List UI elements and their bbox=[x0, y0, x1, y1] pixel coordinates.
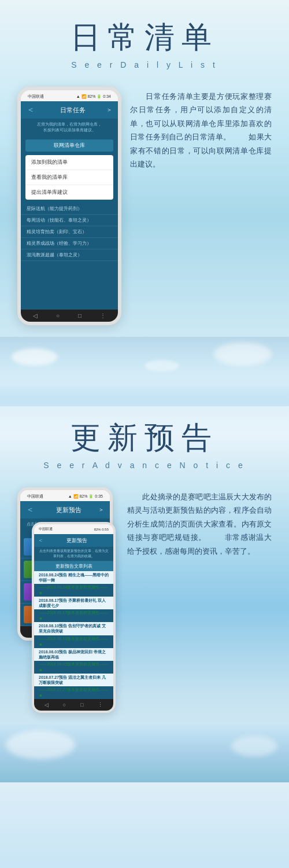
phone1-carrier: 中国联通 bbox=[28, 94, 44, 100]
phone3-carrier: 中国联通 bbox=[39, 527, 53, 532]
section2-title-en: S e e r A d v a n c e N o t i c e bbox=[43, 461, 245, 470]
phone1-dropdown: 添加到我的清单 查看我的清单库 提出清单库建议 bbox=[25, 155, 113, 200]
update-item-4: 2018.08.03预告 极品神宠回归 帝境之巅绝版再临 bbox=[34, 648, 113, 661]
cloud-3 bbox=[144, 360, 179, 372]
phone1-screen: ＜ 日常任务 ＞ 左滑为我的清单，右滑为联网仓库， 长按列表可以添加单库建议。 … bbox=[21, 101, 118, 310]
phone3-header: ＜ 更新预告 bbox=[34, 534, 113, 547]
phone1-subtitle2: 长按列表可以添加单库建议。 bbox=[27, 127, 112, 133]
phone3-back-icon: ＜ bbox=[38, 536, 43, 545]
phone1-subtitle1: 左滑为我的清单，右滑为联网仓库， bbox=[27, 122, 112, 127]
phone1-statusbar: 中国联通 ▲ 📶 82% 🔋 0:34 bbox=[21, 90, 118, 101]
nav-back-icon: ◁ bbox=[33, 312, 38, 319]
nav3-menu-icon: ⋮ bbox=[98, 702, 103, 708]
phone3-subtitle: 点击列表查看该期更新预告的文章，右滑为文章列表，右滑为我的收藏。 bbox=[34, 547, 113, 561]
phone2-header: ＜ 更新预告 ＞ bbox=[20, 501, 110, 518]
back-icon: ＜ bbox=[27, 105, 35, 115]
dropdown-item-1: 添加到我的清单 bbox=[25, 155, 113, 170]
phone1-header-title: 日常任务 bbox=[39, 106, 106, 115]
phone1-status: ▲ 📶 82% 🔋 0:34 bbox=[76, 94, 111, 99]
cloud-2 bbox=[214, 343, 272, 366]
update-arrow-1: ——2018.08.24版本更新精灵属性——★ bbox=[34, 584, 113, 597]
dropdown-item-3: 提出清单库建议 bbox=[25, 185, 113, 200]
phone2-forward-icon: ＞ bbox=[98, 506, 104, 514]
phone3-status: 82% 0:55 bbox=[94, 528, 109, 531]
update-arrow-3: ——2018.08.10版本更新精灵属性——★ bbox=[34, 635, 113, 648]
phone2-status: ▲ 📶 82% 🔋 0:35 bbox=[68, 494, 103, 499]
section1-title-en: S e e r D a i l y L i s t bbox=[71, 60, 218, 69]
phone1-subtitle: 左滑为我的清单，右滑为联网仓库， 长按列表可以添加单库建议。 bbox=[21, 119, 118, 136]
phone2-statusbar: 中国联通 ▲ 📶 82% 🔋 0:35 bbox=[20, 490, 110, 501]
nav-recent-icon: □ bbox=[78, 312, 81, 319]
bottom-cloud-1 bbox=[6, 730, 75, 759]
update-item-2: 2018.08.17预告 齐聚桥前暑好礼 双人成影度七夕 bbox=[34, 597, 113, 609]
phone3-screen: ＜ 更新预告 点击列表查看该期更新预告的文章，右滑为文章列表，右滑为我的收藏。 … bbox=[34, 534, 113, 699]
update-item-5: 2018.07.27预告 温洁之翼主者归来 几万断极限突破 bbox=[34, 674, 113, 686]
section2-update-notice: 更新预告 S e e r A d v a n c e N o t i c e 中… bbox=[0, 406, 289, 724]
forward-icon: ＞ bbox=[106, 106, 112, 114]
update-item-3: 2018.08.10预告 告别守护者的真诚 艾里克自我突破 bbox=[34, 622, 113, 635]
phone2-back-icon: ＜ bbox=[26, 505, 34, 515]
nav3-recent-icon: □ bbox=[80, 702, 83, 708]
list-item-5: 混沌教派超越（泰坦之灵） bbox=[21, 249, 118, 261]
section2-content-row: 中国联通 ▲ 📶 82% 🔋 0:35 ＜ 更新预告 ＞ 点击列表查看该期更新预… bbox=[12, 487, 277, 707]
bottom-decoration bbox=[0, 724, 289, 782]
update-arrow-5: ——2018.07.27版本更新精灵属性——★ bbox=[34, 686, 113, 699]
phones-container: 中国联通 ▲ 📶 82% 🔋 0:35 ＜ 更新预告 ＞ 点击列表查看该期更新预… bbox=[17, 487, 118, 707]
phone-mockup-1: 中国联通 ▲ 📶 82% 🔋 0:34 ＜ 日常任务 ＞ 左滑为我的清单，右滑为… bbox=[17, 87, 121, 325]
list-item-2: 每周活动（技能石、泰坦之灵） bbox=[21, 215, 118, 226]
nav-menu-icon: ⋮ bbox=[100, 312, 106, 319]
phone3-header-title: 更新预告 bbox=[43, 537, 110, 545]
dropdown-item-2: 查看我的清单库 bbox=[25, 170, 113, 185]
phone3-android-nav: ◁ ○ □ ⋮ bbox=[34, 699, 113, 711]
phone-front-mockup: 中国联通 82% 0:55 ＜ 更新预告 点击列表查看该期更新预告的文章，右滑为… bbox=[32, 522, 116, 713]
section1-title-cn: 日常清单 bbox=[71, 17, 218, 58]
wave-divider bbox=[0, 337, 289, 406]
section1-content-row: 中国联通 ▲ 📶 82% 🔋 0:34 ＜ 日常任务 ＞ 左滑为我的清单，右滑为… bbox=[12, 87, 277, 325]
update-arrow-2: ——2018.08.17版本更新精灵属性——★ bbox=[34, 609, 113, 622]
section2-description: 此处摘录的是赛吧吧主温辰大大发布的精灵与活动更新预告贴的内容，程序会自动分析生成… bbox=[127, 487, 272, 558]
section1-description: 日常任务清单主要是方便玩家整理赛尔日常任务，用户可以添加自定义的清单，也可以从联… bbox=[130, 87, 272, 171]
list-item-4: 精灵养成战场（经验、学习力） bbox=[21, 238, 118, 249]
section2-title-cn: 更新预告 bbox=[71, 418, 218, 458]
nav3-home-icon: ○ bbox=[63, 702, 66, 708]
cloud-1 bbox=[12, 348, 58, 366]
list-item-3: 精灵培育拍卖（刻印、宝石） bbox=[21, 226, 118, 238]
phone1-header: ＜ 日常任务 ＞ bbox=[21, 101, 118, 119]
nav3-back-icon: ◁ bbox=[45, 702, 49, 708]
phone2-header-title: 更新预告 bbox=[39, 506, 98, 514]
wave-gradient bbox=[0, 372, 289, 406]
phone1-section-label: 联网清单仓库 bbox=[25, 139, 113, 152]
phone3-statusbar: 中国联通 82% 0:55 bbox=[34, 524, 113, 534]
phone3-section-header: 更新预告文章列表 bbox=[34, 561, 113, 571]
bottom-cloud-2 bbox=[231, 736, 277, 756]
update-item-1: 2018.08.24预告 精生之魂——黑暗中的华丽一舞 bbox=[34, 571, 113, 584]
update-arrow-4: ——2018.08.03版本更新精灵属性——★ bbox=[34, 661, 113, 674]
phone3-front-body: 中国联通 82% 0:55 ＜ 更新预告 点击列表查看该期更新预告的文章，右滑为… bbox=[32, 522, 116, 713]
phone1-android-nav: ◁ ○ □ ⋮ bbox=[21, 310, 118, 322]
phone2-carrier: 中国联通 bbox=[27, 494, 43, 499]
list-item-1: 星际送航（能力提升药剂） bbox=[21, 203, 118, 215]
nav-home-icon: ○ bbox=[56, 312, 60, 319]
section1-daily-list: 日常清单 S e e r D a i l y L i s t 中国联通 ▲ 📶 … bbox=[0, 0, 289, 337]
